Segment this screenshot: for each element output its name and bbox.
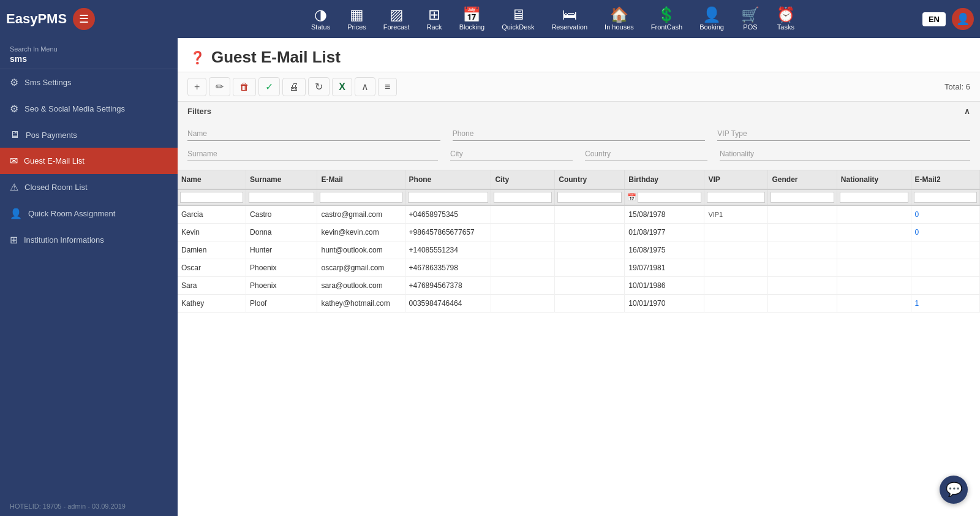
email2-link[interactable]: 0: [915, 228, 919, 237]
cell-birthday: 10/01/1970: [625, 295, 704, 313]
cell-surname: Donna: [246, 224, 317, 241]
sidebar-item-label-closed: Closed Room List: [24, 183, 88, 192]
help-icon[interactable]: ❓: [190, 50, 205, 65]
edit-button[interactable]: ✏: [209, 77, 230, 96]
cell-city: [491, 224, 555, 241]
sidebar-item-seo-social[interactable]: ⚙ Seo & Social Media Settings: [0, 96, 178, 122]
email2-link[interactable]: 1: [915, 299, 919, 308]
col-filter-vip[interactable]: [707, 192, 766, 203]
guest-email-icon: ✉: [10, 155, 18, 167]
calendar-icon: 📅: [627, 193, 636, 202]
language-button[interactable]: EN: [922, 12, 946, 26]
cell-country: [555, 205, 625, 224]
quickdesk-icon: 🖥: [511, 7, 526, 22]
filters-header[interactable]: Filters ∧: [178, 102, 980, 121]
rack-icon: ⊞: [428, 7, 440, 22]
col-filter-surname[interactable]: [249, 192, 314, 203]
nav-item-frontcash[interactable]: 💲 FrontCash: [651, 7, 682, 31]
nav-item-quickdesk[interactable]: 🖥 QuickDesk: [502, 7, 534, 31]
col-filter-city[interactable]: [494, 192, 552, 203]
table-row[interactable]: Garcia Castro castro@gmail.com +04658975…: [178, 205, 980, 224]
cell-email: sara@outlook.com: [317, 277, 405, 295]
check-button[interactable]: ✓: [258, 77, 280, 96]
col-filter-gender[interactable]: [771, 192, 834, 203]
table-row[interactable]: Sara Phoenix sara@outlook.com +476894567…: [178, 277, 980, 295]
add-button[interactable]: +: [187, 78, 206, 96]
nav-item-pos[interactable]: 🛒 POS: [741, 7, 760, 31]
nav-item-rack[interactable]: ⊞ Rack: [427, 7, 442, 31]
sidebar-item-pos-payments[interactable]: 🖥 Pos Payments: [0, 122, 178, 148]
nav-item-blocking[interactable]: 📅 Blocking: [459, 7, 485, 31]
cell-birthday: 16/08/1975: [625, 241, 704, 259]
col-filter-email[interactable]: [320, 192, 402, 203]
hamburger-button[interactable]: ☰: [73, 8, 95, 30]
table-row[interactable]: Oscar Phoenix oscarp@gmail.com +46786335…: [178, 259, 980, 277]
sidebar-item-institution[interactable]: ⊞ Institution Informations: [0, 227, 178, 253]
nav-item-forecast[interactable]: ▨ Forecast: [383, 7, 410, 31]
logo-area: EasyPMS ☰: [6, 8, 184, 30]
cell-surname: Ploof: [246, 295, 317, 313]
col-filter-nationality[interactable]: [840, 192, 908, 203]
cell-country: [555, 224, 625, 241]
sidebar-item-quick-room[interactable]: 👤 Quick Room Assignment: [0, 200, 178, 227]
filters-section: Filters ∧: [178, 102, 980, 170]
nav-item-prices[interactable]: ▦ Prices: [347, 7, 366, 31]
nav-label-quickdesk: QuickDesk: [502, 23, 534, 31]
sidebar-item-sms-settings[interactable]: ⚙ Sms Settings: [0, 69, 178, 96]
sidebar-item-label-institution: Institution Informations: [24, 235, 104, 245]
nav-item-inhouses[interactable]: 🏠 In houses: [605, 7, 634, 31]
nav-item-status[interactable]: ◑ Status: [311, 7, 330, 31]
chat-button[interactable]: 💬: [940, 476, 968, 504]
institution-icon: ⊞: [10, 234, 18, 246]
nav-item-reservation[interactable]: 🛏 Reservation: [551, 7, 587, 31]
cell-email: castro@gmail.com: [317, 205, 405, 224]
cell-email2: [911, 259, 979, 277]
cell-phone: +04658975345: [405, 205, 491, 224]
surname-filter[interactable]: [187, 147, 438, 161]
cell-phone: +46786335798: [405, 259, 491, 277]
nationality-filter[interactable]: [720, 147, 970, 161]
table-row[interactable]: Damien Hunter hunt@outlook.com +14085551…: [178, 241, 980, 259]
cell-email2: 1: [911, 295, 979, 313]
col-filter-email2[interactable]: [914, 192, 977, 203]
collapse-button[interactable]: ∧: [355, 77, 375, 96]
frontcash-icon: 💲: [657, 7, 676, 22]
cell-surname: Castro: [246, 205, 317, 224]
nav-item-booking[interactable]: 👤 Booking: [699, 7, 724, 31]
delete-button[interactable]: 🗑: [233, 78, 256, 96]
excel-button[interactable]: X: [332, 78, 352, 96]
city-filter[interactable]: [450, 147, 573, 161]
sidebar-item-guest-email[interactable]: ✉ Guest E-Mail List: [0, 148, 178, 174]
filter-row-2: [187, 147, 970, 161]
menu-button[interactable]: ≡: [378, 78, 397, 96]
nav-label-rack: Rack: [427, 23, 442, 31]
sidebar-item-label-quick: Quick Room Assignment: [28, 209, 115, 218]
print-button[interactable]: 🖨: [282, 78, 306, 96]
table-row[interactable]: Kevin Donna kevin@kevin.com +98645786567…: [178, 224, 980, 241]
col-filter-birthday[interactable]: [638, 192, 701, 203]
cell-city: [491, 277, 555, 295]
cell-email: oscarp@gmail.com: [317, 259, 405, 277]
col-filter-phone[interactable]: [408, 192, 489, 203]
user-avatar[interactable]: 👤: [952, 8, 974, 30]
refresh-button[interactable]: ↻: [308, 77, 330, 96]
filters-label: Filters: [187, 107, 211, 116]
cell-vip: [704, 224, 768, 241]
email2-link[interactable]: 0: [915, 210, 919, 219]
sidebar-item-closed-room[interactable]: ⚠ Closed Room List: [0, 174, 178, 200]
cell-gender: [768, 224, 837, 241]
cell-email: hunt@outlook.com: [317, 241, 405, 259]
phone-filter[interactable]: [453, 127, 706, 141]
sidebar-item-label-guest: Guest E-Mail List: [24, 156, 85, 165]
table-row[interactable]: Kathey Ploof kathey@hotmail.com 00359847…: [178, 295, 980, 313]
cell-nationality: [837, 205, 911, 224]
col-filter-country[interactable]: [557, 192, 622, 203]
col-filter-name[interactable]: [180, 192, 243, 203]
filter-row-1: [187, 127, 970, 141]
main-layout: Search In Menu sms ⚙ Sms Settings ⚙ Seo …: [0, 38, 980, 516]
vip-filter[interactable]: [717, 127, 970, 141]
name-filter[interactable]: [187, 127, 440, 141]
cell-birthday: 01/08/1977: [625, 224, 704, 241]
country-filter[interactable]: [585, 147, 707, 161]
nav-item-tasks[interactable]: ⏰ Tasks: [777, 7, 795, 31]
